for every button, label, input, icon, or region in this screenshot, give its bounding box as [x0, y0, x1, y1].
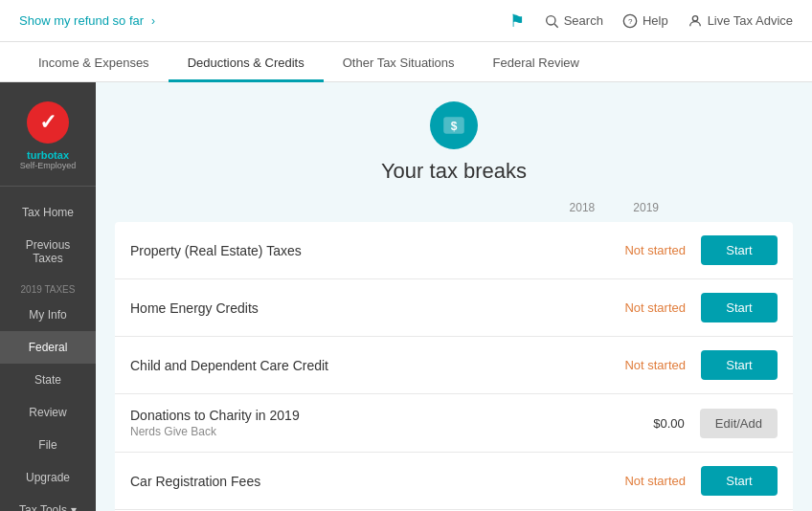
item-status: Not started — [599, 358, 686, 372]
tax-breaks-header: $ Your tax breaks — [96, 82, 812, 193]
top-bar: Show my refund so far › ⚑ Search ? Help … — [0, 0, 812, 42]
sidebar-item-federal[interactable]: Federal — [0, 331, 96, 364]
chevron-right-icon: › — [151, 14, 155, 28]
sidebar-item-review[interactable]: Review — [0, 396, 96, 429]
tab-income[interactable]: Income & Expenses — [19, 46, 169, 82]
live-advice-action[interactable]: Live Tax Advice — [688, 13, 793, 29]
item-info: Donations to Charity in 2019 Nerds Give … — [130, 408, 627, 438]
live-advice-label: Live Tax Advice — [708, 13, 793, 28]
top-bar-left: Show my refund so far › — [19, 13, 155, 28]
item-info: Property (Real Estate) Taxes — [130, 243, 599, 258]
search-action[interactable]: Search — [544, 13, 603, 29]
items-list: Property (Real Estate) Taxes Not started… — [96, 222, 812, 511]
table-row: Car Registration Fees Not started Start — [115, 453, 793, 510]
logo-brand: turbotax — [27, 149, 69, 161]
sidebar-item-state[interactable]: State — [0, 364, 96, 396]
sidebar-item-previous-taxes[interactable]: Previous Taxes — [0, 229, 96, 275]
content-area: $ Your tax breaks 2018 2019 Property (Re… — [96, 82, 812, 511]
main-layout: ✓ turbotax Self-Employed Tax Home Previo… — [0, 82, 812, 511]
help-icon: ? — [622, 13, 638, 29]
page-title: Your tax breaks — [381, 159, 527, 184]
table-row: Child and Dependent Care Credit Not star… — [115, 337, 793, 394]
top-bar-right: ⚑ Search ? Help Live Tax Advice — [509, 11, 793, 32]
item-name: Home Energy Credits — [130, 300, 599, 316]
sidebar-item-tax-tools[interactable]: Tax Tools ▾ — [0, 494, 96, 511]
item-status: Not started — [599, 474, 686, 488]
svg-point-4 — [692, 15, 697, 20]
logo-sub: Self-Employed — [20, 161, 77, 170]
header-icon-circle: $ — [430, 101, 478, 149]
person-icon — [688, 13, 703, 29]
tax-tools-label: Tax Tools — [19, 503, 67, 511]
bookmark-icon[interactable]: ⚑ — [509, 11, 525, 32]
svg-point-0 — [546, 15, 554, 24]
start-button[interactable]: Start — [701, 466, 778, 496]
help-label: Help — [643, 13, 668, 28]
table-row: Home Energy Credits Not started Start — [115, 279, 793, 337]
nav-tabs: Income & Expenses Deductions & Credits O… — [0, 42, 812, 82]
year-2019-label: 2019 — [633, 201, 659, 214]
help-action[interactable]: ? Help — [622, 13, 668, 29]
tab-deductions[interactable]: Deductions & Credits — [169, 46, 324, 82]
item-sub: Nerds Give Back — [130, 425, 627, 438]
year-2018-label: 2018 — [570, 201, 596, 214]
tab-other[interactable]: Other Tax Situations — [324, 46, 474, 82]
chevron-down-icon: ▾ — [71, 503, 77, 511]
item-status: Not started — [599, 243, 686, 257]
sidebar-section-2019: 2019 TAXES — [0, 275, 96, 299]
item-info: Car Registration Fees — [130, 474, 599, 489]
table-row: Donations to Charity in 2019 Nerds Give … — [115, 394, 793, 453]
tax-tools-row: Tax Tools ▾ — [11, 503, 84, 511]
tab-federal-review[interactable]: Federal Review — [474, 46, 598, 82]
item-name: Property (Real Estate) Taxes — [130, 243, 599, 258]
svg-text:?: ? — [628, 16, 633, 25]
sidebar-item-tax-home[interactable]: Tax Home — [0, 196, 96, 229]
start-button[interactable]: Start — [701, 293, 778, 322]
item-name: Child and Dependent Care Credit — [130, 358, 599, 373]
item-name: Donations to Charity in 2019 — [130, 408, 627, 423]
start-button[interactable]: Start — [701, 235, 778, 265]
sidebar-logo: ✓ turbotax Self-Employed — [0, 92, 96, 187]
sidebar: ✓ turbotax Self-Employed Tax Home Previo… — [0, 82, 96, 511]
item-info: Home Energy Credits — [130, 300, 599, 316]
svg-text:$: $ — [451, 120, 458, 133]
edit-add-button[interactable]: Edit/Add — [700, 409, 778, 438]
table-row: Property (Real Estate) Taxes Not started… — [115, 222, 793, 279]
sidebar-item-upgrade[interactable]: Upgrade — [0, 461, 96, 494]
item-amount: $0.00 — [627, 416, 685, 431]
start-button[interactable]: Start — [701, 350, 778, 380]
show-refund-link[interactable]: Show my refund so far — [19, 13, 144, 28]
item-info: Child and Dependent Care Credit — [130, 358, 599, 373]
item-status: Not started — [599, 300, 686, 315]
sidebar-item-file[interactable]: File — [0, 429, 96, 461]
sidebar-menu: Tax Home Previous Taxes 2019 TAXES My In… — [0, 187, 96, 511]
search-icon — [544, 13, 559, 29]
item-name: Car Registration Fees — [130, 474, 599, 489]
deductions-icon: $ — [440, 112, 467, 139]
year-labels: 2018 2019 — [96, 193, 812, 222]
logo-checkmark: ✓ — [39, 110, 56, 135]
svg-line-1 — [554, 24, 558, 28]
search-label: Search — [564, 13, 603, 28]
sidebar-item-my-info[interactable]: My Info — [0, 299, 96, 331]
logo-circle: ✓ — [27, 101, 69, 144]
